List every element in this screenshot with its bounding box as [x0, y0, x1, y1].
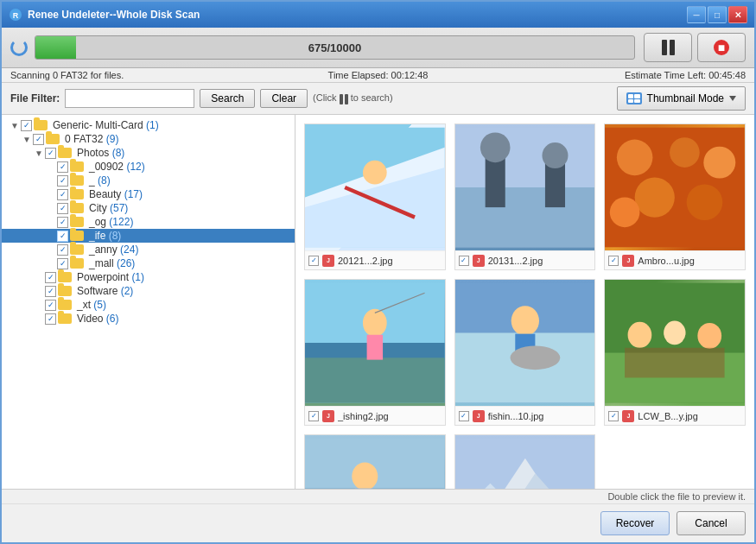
tree-checkbox-video[interactable] [45, 313, 56, 325]
tree-checkbox-photos[interactable] [45, 148, 56, 159]
cancel-button[interactable]: Cancel [677, 511, 746, 535]
filter-bar: File Filter: Search Clear (Click to sear… [2, 83, 754, 115]
bottom-buttons: Recover Cancel [2, 504, 754, 542]
tree-checkbox-anny[interactable] [57, 244, 68, 256]
window-title: Renee Undeleter--Whole Disk Scan [28, 9, 687, 21]
tree-expand-software[interactable] [33, 285, 45, 297]
tree-expand-photos[interactable]: ▼ [33, 147, 45, 159]
tree-checkbox-city[interactable] [57, 203, 68, 214]
tree-item-video[interactable]: Video (6) [2, 312, 295, 326]
app-icon: R [9, 8, 22, 22]
svg-rect-24 [367, 335, 383, 360]
tree-item-beauty[interactable]: Beauty (17) [2, 187, 295, 201]
tree-expand-xt[interactable] [33, 299, 45, 311]
tree-expand-anny[interactable] [45, 244, 57, 256]
thumb-cell-1 [628, 94, 634, 98]
tree-item-fat32[interactable]: ▼ 0 FAT32 (9) [2, 132, 295, 146]
filter-input[interactable] [65, 89, 194, 108]
recover-button[interactable]: Recover [600, 511, 670, 535]
search-button[interactable]: Search [200, 89, 255, 108]
tree-expand-underscore[interactable] [45, 174, 57, 187]
tree-checkbox-xt[interactable] [45, 300, 56, 311]
tree-item-00902[interactable]: _00902 (12) [2, 160, 295, 174]
folder-icon-og [70, 217, 84, 227]
tree-panel[interactable]: ▼ Generic- Multi-Card (1) ▼ 0 FAT32 (9) … [2, 115, 295, 489]
svg-point-30 [510, 345, 560, 370]
tree-label-software: Software (2) [77, 285, 133, 297]
tree-expand-og[interactable] [45, 216, 57, 228]
tree-label-xt: _xt (5) [77, 299, 106, 311]
svg-point-12 [542, 142, 568, 168]
image-checkbox-4[interactable] [308, 411, 319, 421]
image-checkbox-6[interactable] [608, 411, 619, 421]
tree-item-anny[interactable]: _anny (24) [2, 243, 295, 256]
tree-checkbox-underscore[interactable] [57, 175, 68, 187]
tree-label-video: Video (6) [77, 313, 118, 325]
folder-icon-anny [70, 244, 84, 255]
image-checkbox-2[interactable] [459, 256, 469, 266]
tree-checkbox-00902[interactable] [57, 161, 68, 173]
tree-expand-powerpoint[interactable] [33, 271, 45, 283]
image-info-5: J fishin...10.jpg [455, 406, 595, 425]
image-info-3: J Ambro...u.jpg [605, 250, 745, 269]
image-checkbox-1[interactable] [308, 256, 319, 266]
image-tile-4[interactable]: J _ishing2.jpg [304, 279, 446, 426]
thumbnail-mode-button[interactable]: Thumbnail Mode [617, 86, 746, 111]
image-tile-7[interactable]: J ...jpg [304, 434, 446, 489]
tree-expand-city[interactable] [45, 202, 57, 214]
image-checkbox-5[interactable] [459, 411, 469, 421]
tree-item-mall[interactable]: _mall (26) [2, 256, 295, 270]
image-checkbox-3[interactable] [608, 256, 619, 266]
minimize-button[interactable]: ─ [687, 6, 706, 23]
tree-checkbox-og[interactable] [57, 217, 68, 228]
tree-item-powerpoint[interactable]: Powerpoint (1) [2, 270, 295, 284]
maximize-button[interactable]: □ [708, 6, 727, 23]
tree-expand-beauty[interactable] [45, 188, 57, 200]
image-panel[interactable]: J 20121...2.jpg [295, 115, 754, 489]
tree-label-powerpoint: Powerpoint (1) [77, 271, 144, 283]
tree-expand-video[interactable] [33, 313, 45, 325]
image-tile-8[interactable]: J ...jpg [454, 434, 596, 489]
tree-item-underscore[interactable]: _ (8) [2, 174, 295, 187]
image-tile-2[interactable]: J 20131...2.jpg [454, 123, 596, 270]
tree-checkbox-beauty[interactable] [57, 189, 68, 200]
tree-checkbox-fat32[interactable] [33, 134, 44, 145]
folder-icon-xt [58, 300, 72, 310]
image-filename-3: Ambro...u.jpg [638, 256, 694, 266]
pause-button[interactable] [644, 33, 692, 62]
tree-item-photos[interactable]: ▼ Photos (8) [2, 146, 295, 160]
tree-checkbox-software[interactable] [45, 286, 56, 297]
tree-item-ife[interactable]: _ife (8) [2, 229, 295, 243]
image-tile-5[interactable]: J fishin...10.jpg [454, 279, 596, 426]
tree-expand-fat32[interactable]: ▼ [21, 133, 33, 145]
tree-item-xt[interactable]: _xt (5) [2, 298, 295, 312]
tree-label-00902: _00902 (12) [89, 161, 145, 173]
bottom-area: Double click the file to preview it. Rec… [2, 489, 754, 542]
folder-icon-00902 [70, 161, 84, 172]
tree-checkbox-ife[interactable] [57, 231, 68, 242]
clear-button[interactable]: Clear [260, 89, 308, 108]
close-button[interactable]: ✕ [728, 6, 747, 23]
stop-button[interactable]: ■ [697, 33, 746, 62]
time-elapsed: Time Elapsed: 00:12:48 [256, 70, 501, 80]
image-tile-6[interactable]: J LCW_B...y.jpg [604, 279, 746, 426]
tree-checkbox-mall[interactable] [57, 258, 68, 269]
tree-item-city[interactable]: City (57) [2, 201, 295, 215]
tree-expand-generic[interactable]: ▼ [9, 119, 21, 131]
tree-expand-mall[interactable] [45, 257, 57, 269]
image-type-icon-5: J [473, 410, 485, 422]
tree-item-og[interactable]: _og (122) [2, 215, 295, 229]
bottom-hint: Double click the file to preview it. [2, 490, 754, 504]
image-tile-3[interactable]: J Ambro...u.jpg [604, 123, 746, 270]
time-elapsed-label: Time Elapsed: [328, 70, 389, 80]
image-tile-1[interactable]: J 20121...2.jpg [304, 123, 446, 270]
svg-point-19 [610, 198, 640, 228]
tree-item-generic-multi-card[interactable]: ▼ Generic- Multi-Card (1) [2, 118, 295, 132]
action-buttons: ■ [644, 33, 746, 62]
tree-expand-ife[interactable] [45, 230, 57, 242]
tree-checkbox-generic[interactable] [21, 120, 32, 131]
tree-expand-00902[interactable] [45, 161, 57, 173]
tree-item-software[interactable]: Software (2) [2, 284, 295, 298]
tree-checkbox-powerpoint[interactable] [45, 272, 56, 283]
svg-point-14 [617, 140, 653, 176]
